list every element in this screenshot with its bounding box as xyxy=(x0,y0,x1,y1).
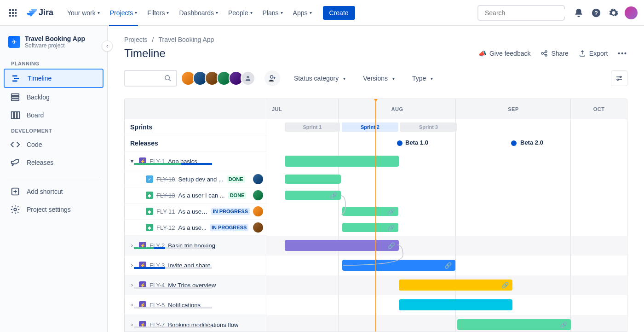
nav-plans[interactable]: Plans▾ xyxy=(258,6,288,19)
sidebar-item-backlog[interactable]: Backlog xyxy=(4,88,104,106)
nav-apps[interactable]: Apps▾ xyxy=(288,6,316,19)
issue-key[interactable]: FLY-12 xyxy=(156,224,175,231)
nav-people[interactable]: People▾ xyxy=(224,6,257,19)
link-icon: 🔗 xyxy=(387,208,395,215)
epic-row[interactable]: ›⚡FLY-7Booking modifications flow xyxy=(125,315,267,332)
epic-row[interactable]: ›⚡FLY-2Basic trip booking xyxy=(125,236,267,256)
sidebar-divider xyxy=(7,177,100,177)
create-button[interactable]: Create xyxy=(323,6,355,20)
releases-header-row: Releases xyxy=(125,135,267,151)
help-button[interactable]: ? xyxy=(589,6,604,20)
child-issue-row[interactable]: ◆ FLY-13 As a user I can ... DONE xyxy=(125,187,267,204)
app-switcher[interactable] xyxy=(6,6,20,20)
release-label: Beta 1.0 xyxy=(405,139,428,146)
epic-row[interactable]: ›⚡FLY-5Notifications xyxy=(125,295,267,315)
timeline-search[interactable] xyxy=(124,70,177,87)
epic-bar[interactable]: 🔗 xyxy=(342,260,455,271)
backlog-icon xyxy=(10,92,20,102)
release-marker[interactable] xyxy=(511,140,517,146)
link-icon: 🔗 xyxy=(330,192,337,199)
chevron-down-icon: ▾ xyxy=(431,76,433,81)
epic-bar[interactable]: 🔗 xyxy=(285,240,399,251)
export-button[interactable]: Export xyxy=(579,50,608,57)
project-header[interactable]: ✈ Travel Booking App Software project xyxy=(4,35,104,57)
project-subtitle: Software project xyxy=(25,42,85,49)
child-issue-row[interactable]: ◆ FLY-11 As a user... IN PROGRESS xyxy=(125,204,267,220)
sidebar-item-board[interactable]: Board xyxy=(4,106,104,124)
nav-your-work[interactable]: Your work▾ xyxy=(63,6,104,19)
sidebar-collapse-button[interactable]: ‹ xyxy=(102,41,113,52)
sprint-pill[interactable]: Sprint 3 xyxy=(400,122,457,132)
give-feedback-button[interactable]: 📣Give feedback xyxy=(478,50,531,57)
issue-bar[interactable] xyxy=(285,175,341,184)
svg-point-16 xyxy=(247,76,249,78)
help-icon: ? xyxy=(591,8,601,18)
chevron-down-icon: ▾ xyxy=(135,10,137,15)
epic-row[interactable]: ›⚡FLY-3Invite and share xyxy=(125,256,267,275)
issue-key[interactable]: FLY-11 xyxy=(156,208,175,215)
svg-rect-3 xyxy=(14,78,19,79)
epic-row[interactable]: ▾ ⚡ FLY-1 App basics xyxy=(125,151,267,171)
issue-bar[interactable]: 🔗 xyxy=(342,223,398,232)
jira-logo[interactable]: Jira xyxy=(22,7,57,18)
issue-key[interactable]: FLY-10 xyxy=(156,176,175,183)
task-icon: ✓ xyxy=(146,175,153,183)
issue-bar[interactable]: 🔗 xyxy=(285,191,341,200)
assignee-avatar[interactable] xyxy=(253,174,263,184)
filter-status-category[interactable]: Status category▾ xyxy=(290,72,349,85)
sidebar: ‹ ✈ Travel Booking App Software project … xyxy=(0,26,108,332)
svg-point-15 xyxy=(545,54,547,56)
sprint-pill[interactable]: Sprint 2 xyxy=(342,122,398,132)
sidebar-item-timeline[interactable]: Timeline xyxy=(4,69,104,88)
sidebar-item-code[interactable]: Code xyxy=(4,136,104,153)
notifications-button[interactable] xyxy=(571,6,586,20)
sidebar-item-add-shortcut[interactable]: Add shortcut xyxy=(4,183,104,200)
view-settings-button[interactable] xyxy=(611,70,627,86)
epic-bar[interactable] xyxy=(285,156,399,167)
filter-versions[interactable]: Versions▾ xyxy=(359,72,398,85)
nav-dashboards[interactable]: Dashboards▾ xyxy=(174,6,223,19)
epic-row[interactable]: ›⚡FLY-4My Trips overview xyxy=(125,275,267,295)
sidebar-item-releases[interactable]: Releases xyxy=(4,154,104,171)
sprint-pill[interactable]: Sprint 1 xyxy=(285,122,340,132)
nav-projects[interactable]: Projects▾ xyxy=(105,6,142,19)
chevron-down-icon: ▾ xyxy=(392,76,395,81)
sliders-icon xyxy=(615,74,623,82)
chevron-down-icon: ▾ xyxy=(310,10,312,15)
assignee-avatar[interactable] xyxy=(253,190,263,200)
link-icon: 🔗 xyxy=(387,224,395,231)
breadcrumb-projects[interactable]: Projects xyxy=(124,36,148,43)
project-icon: ✈ xyxy=(8,36,20,48)
epic-bar[interactable]: 🔗 xyxy=(399,280,512,291)
status-badge: IN PROGRESS xyxy=(211,208,250,215)
assignee-avatar[interactable] xyxy=(253,206,263,216)
share-icon xyxy=(540,50,548,57)
breadcrumb-project[interactable]: Travel Booking App xyxy=(158,36,214,43)
issue-key[interactable]: FLY-13 xyxy=(156,192,175,199)
more-icon: ••• xyxy=(618,50,627,57)
sidebar-item-project-settings[interactable]: Project settings xyxy=(4,201,104,218)
avatar-unassigned[interactable] xyxy=(241,71,255,86)
child-issue-row[interactable]: ◆ FLY-12 As a use... IN PROGRESS xyxy=(125,220,267,236)
svg-rect-9 xyxy=(14,112,17,119)
add-people-button[interactable] xyxy=(264,70,280,86)
settings-button[interactable] xyxy=(606,6,621,20)
more-actions-button[interactable]: ••• xyxy=(618,50,627,57)
epic-bar[interactable] xyxy=(399,299,512,310)
filter-type[interactable]: Type▾ xyxy=(408,72,437,85)
add-person-icon xyxy=(268,74,276,82)
share-button[interactable]: Share xyxy=(540,50,568,57)
epic-bar[interactable]: 🔗 xyxy=(457,319,571,330)
issue-bar[interactable]: 🔗 xyxy=(342,207,398,216)
child-issue-row[interactable]: ✓ FLY-10 Setup dev and ... DONE xyxy=(125,171,267,187)
timeline-chart[interactable]: JUL AUG SEP OCT Sprint 1 Sprint 2 Sprint… xyxy=(267,99,627,332)
assignee-avatar[interactable] xyxy=(253,222,263,233)
profile-button[interactable] xyxy=(624,6,638,20)
section-development: DEVELOPMENT xyxy=(4,124,104,135)
global-search[interactable] xyxy=(477,5,565,21)
logo-text: Jira xyxy=(39,8,53,17)
nav-filters[interactable]: Filters▾ xyxy=(143,6,173,19)
search-input[interactable] xyxy=(485,9,565,17)
release-marker[interactable] xyxy=(397,140,402,146)
board-icon xyxy=(10,110,20,120)
